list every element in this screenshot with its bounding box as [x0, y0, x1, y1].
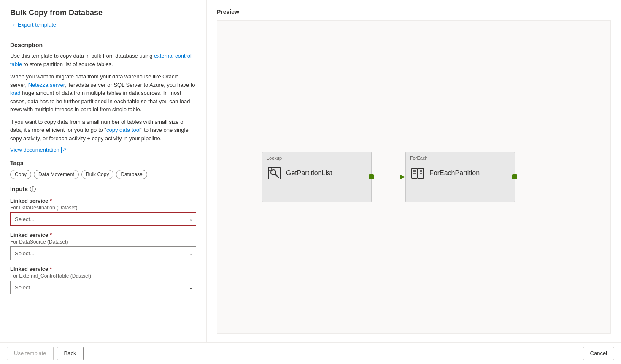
input-group-datasource: Linked service * For DataSource (Dataset… — [10, 232, 196, 260]
foreach-activity-body: ForEachPartition — [410, 166, 510, 181]
lookup-activity-name: GetPartitionList — [286, 169, 332, 177]
connector-arrow — [372, 173, 405, 181]
input-label-3: Linked service * — [10, 266, 196, 272]
external-link-icon: ↗ — [61, 147, 68, 153]
tag-data-movement: Data Movement — [34, 170, 79, 179]
right-panel: Preview Lookup — [207, 0, 621, 342]
svg-line-2 — [275, 174, 278, 177]
description-p3: If you want to copy data from a small nu… — [10, 118, 196, 143]
inputs-title-row: Inputs i — [10, 186, 196, 193]
foreach-type-label: ForEach — [410, 155, 510, 161]
select-wrapper-2: Select... ⌄ — [10, 246, 196, 260]
inputs-info-icon: i — [30, 186, 36, 192]
input-group-controltable: Linked service * For External_ControlTab… — [10, 266, 196, 294]
input-label-1: Linked service * — [10, 198, 196, 204]
svg-rect-3 — [269, 168, 271, 170]
select-datasource[interactable]: Select... — [10, 246, 196, 260]
input-sublabel-2: For DataSource (Dataset) — [10, 239, 196, 245]
description-p2: When you want to migrate data from your … — [10, 72, 196, 114]
footer: Use template Back Cancel — [0, 342, 621, 364]
foreach-activity-name: ForEachPartition — [429, 169, 480, 177]
inputs-title: Inputs — [10, 186, 28, 193]
page-title: Bulk Copy from Database — [10, 8, 196, 17]
tag-bulk-copy: Bulk Copy — [81, 170, 114, 179]
divider — [10, 35, 196, 35]
select-controltable[interactable]: Select... — [10, 281, 196, 294]
svg-rect-7 — [418, 168, 424, 178]
pipeline-diagram: Lookup GetPartitionList — [262, 152, 515, 202]
lookup-activity-box: Lookup GetPartitionList — [262, 152, 372, 202]
lookup-green-dot — [369, 174, 374, 179]
tag-copy: Copy — [10, 170, 31, 179]
view-docs-label: View documentation — [10, 147, 59, 153]
inputs-section: Inputs i Linked service * For DataDestin… — [10, 186, 196, 300]
input-sublabel-3: For External_ControlTable (Dataset) — [10, 273, 196, 279]
tags-container: Copy Data Movement Bulk Copy Database — [10, 170, 196, 179]
input-label-2: Linked service * — [10, 232, 196, 238]
lookup-icon — [267, 166, 282, 181]
foreach-icon — [410, 166, 425, 181]
left-panel: Bulk Copy from Database → Export templat… — [0, 0, 207, 342]
load-link[interactable]: load — [10, 90, 21, 96]
preview-title: Preview — [217, 8, 611, 15]
description-p1: Use this template to copy data in bulk f… — [10, 52, 196, 68]
tag-database: Database — [116, 170, 147, 179]
export-icon: → — [10, 21, 16, 28]
lookup-type-label: Lookup — [267, 155, 367, 161]
preview-canvas: Lookup GetPartitionList — [217, 20, 611, 334]
description-section: Description Use this template to copy da… — [10, 42, 196, 160]
cancel-button[interactable]: Cancel — [583, 347, 614, 360]
input-group-destination: Linked service * For DataDestination (Da… — [10, 198, 196, 226]
foreach-activity-box: ForEach — [405, 152, 515, 202]
back-button[interactable]: Back — [57, 347, 84, 360]
select-wrapper-3: Select... ⌄ — [10, 281, 196, 294]
input-sublabel-1: For DataDestination (Dataset) — [10, 205, 196, 211]
select-destination[interactable]: Select... — [10, 212, 196, 226]
svg-marker-5 — [400, 175, 405, 179]
page-container: Bulk Copy from Database → Export templat… — [0, 0, 621, 364]
select-wrapper-1: Select... ⌄ — [10, 212, 196, 226]
lookup-activity-body: GetPartitionList — [267, 166, 367, 181]
main-content: Bulk Copy from Database → Export templat… — [0, 0, 621, 342]
export-template-link[interactable]: → Export template — [10, 21, 196, 28]
external-link[interactable]: external control table — [10, 53, 192, 67]
svg-rect-6 — [412, 168, 417, 178]
foreach-green-dot — [512, 174, 517, 179]
footer-left: Use template Back — [7, 347, 84, 360]
view-docs-link[interactable]: View documentation ↗ — [10, 147, 196, 153]
description-title: Description — [10, 42, 196, 48]
use-template-button[interactable]: Use template — [7, 347, 54, 360]
tags-section: Tags Copy Data Movement Bulk Copy Databa… — [10, 160, 196, 179]
tags-title: Tags — [10, 160, 196, 166]
